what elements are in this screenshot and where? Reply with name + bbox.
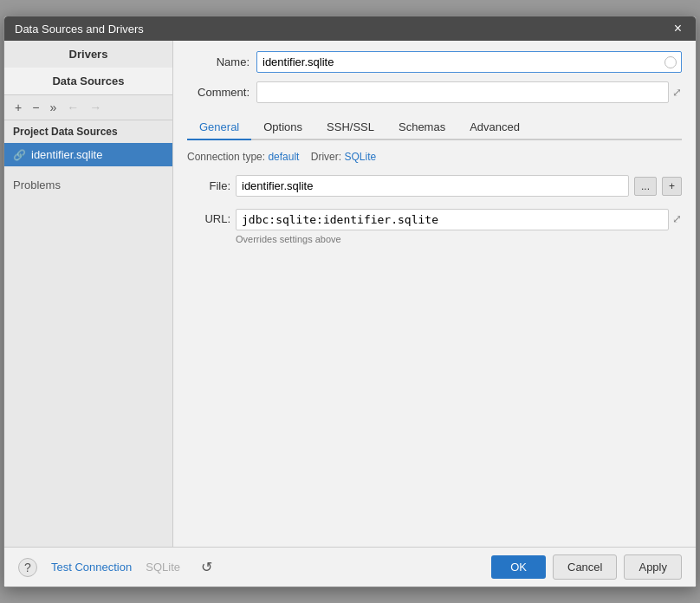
more-button[interactable]: » <box>46 99 60 116</box>
url-label: URL: <box>187 209 230 225</box>
dialog-footer: ? Test Connection SQLite ↺ OK Cancel App… <box>4 547 696 587</box>
refresh-icon[interactable]: ↺ <box>201 559 212 575</box>
url-input[interactable] <box>236 209 669 230</box>
name-label: Name: <box>187 55 250 68</box>
dialog-body: Drivers Data Sources + − » ← → Project D… <box>4 41 696 547</box>
connection-type-line: Connection type: default Driver: SQLite <box>187 151 682 163</box>
left-panel-toolbar: + − » ← → <box>4 95 172 120</box>
cancel-button[interactable]: Cancel <box>553 554 617 580</box>
comment-expand-icon[interactable]: ⤢ <box>672 86 682 99</box>
file-browse-button[interactable]: ... <box>634 177 657 196</box>
help-button[interactable]: ? <box>18 558 37 577</box>
name-status-indicator <box>664 56 677 68</box>
right-panel: Name: Comment: ⤢ General Options SSH/SSL <box>173 41 696 547</box>
name-row: Name: <box>187 51 682 73</box>
tab-general[interactable]: General <box>187 115 251 140</box>
file-row: File: ... + <box>187 175 682 197</box>
url-section: URL: ⤢ Overrides settings above <box>187 209 682 244</box>
datasource-item-label: identifier.sqlite <box>31 148 102 161</box>
footer-left: ? Test Connection SQLite ↺ <box>18 558 491 577</box>
file-add-button[interactable]: + <box>662 177 682 196</box>
datasource-item-sqlite[interactable]: 🔗 identifier.sqlite <box>4 143 172 166</box>
problems-label: Problems <box>13 178 61 191</box>
comment-input-wrap: ⤢ <box>256 81 682 103</box>
comment-label: Comment: <box>187 86 250 99</box>
conn-type-label: Connection type: <box>187 151 265 163</box>
name-input[interactable] <box>256 51 682 73</box>
comment-input[interactable] <box>256 81 669 103</box>
conn-type-value[interactable]: default <box>268 151 299 163</box>
url-input-wrap: ⤢ <box>236 209 682 230</box>
close-button[interactable]: × <box>671 22 685 36</box>
tabs-bar: General Options SSH/SSL Schemas Advanced <box>187 115 682 140</box>
dialog-titlebar: Data Sources and Drivers × <box>4 16 696 41</box>
footer-right: OK Cancel Apply <box>491 554 682 580</box>
file-input[interactable] <box>236 175 629 197</box>
url-hint: Overrides settings above <box>236 234 682 244</box>
ok-button[interactable]: OK <box>491 555 546 579</box>
comment-row: Comment: ⤢ <box>187 81 682 103</box>
left-panel: Drivers Data Sources + − » ← → Project D… <box>4 41 173 547</box>
drivers-tab[interactable]: Drivers <box>4 41 172 68</box>
add-button[interactable]: + <box>11 99 25 116</box>
sqlite-icon: 🔗 <box>13 149 26 161</box>
driver-label: Driver: <box>311 151 341 163</box>
section-label: Project Data Sources <box>4 120 172 143</box>
file-label: File: <box>187 179 230 192</box>
data-sources-tab[interactable]: Data Sources <box>4 68 172 94</box>
url-expand-icon[interactable]: ⤢ <box>672 212 682 225</box>
driver-value[interactable]: SQLite <box>344 151 376 163</box>
forward-button[interactable]: → <box>86 99 105 116</box>
left-panel-header: Drivers Data Sources <box>4 41 172 95</box>
dialog-title: Data Sources and Drivers <box>15 23 144 36</box>
remove-button[interactable]: − <box>29 99 42 116</box>
test-connection-link[interactable]: Test Connection <box>51 561 132 574</box>
tab-schemas[interactable]: Schemas <box>386 115 457 140</box>
url-row: URL: ⤢ <box>187 209 682 230</box>
tab-sshssl[interactable]: SSH/SSL <box>314 115 386 140</box>
back-button[interactable]: ← <box>63 99 82 116</box>
sqlite-footer-label: SQLite <box>146 561 180 574</box>
tab-options[interactable]: Options <box>251 115 314 140</box>
apply-button[interactable]: Apply <box>624 554 682 580</box>
problems-section: Problems <box>4 170 172 200</box>
tab-advanced[interactable]: Advanced <box>457 115 532 140</box>
data-sources-dialog: Data Sources and Drivers × Drivers Data … <box>3 16 697 587</box>
name-input-wrap <box>256 51 682 73</box>
